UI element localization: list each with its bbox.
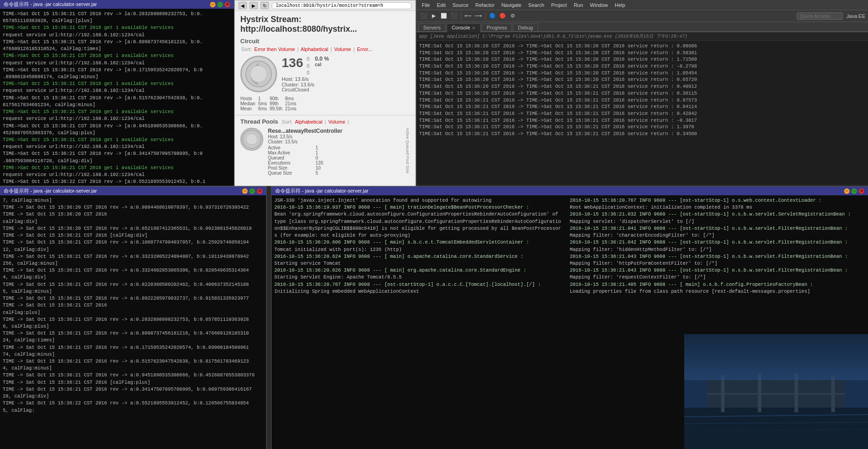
menu-item-file[interactable]: File bbox=[419, 1, 433, 9]
menu-item-window[interactable]: Window bbox=[587, 1, 611, 9]
minimize-btn-bl[interactable]: ─ bbox=[242, 188, 248, 194]
terminal-line: TIME -> Sat Oct 15 15:36:21 CST 2016 [ca… bbox=[3, 232, 263, 239]
cluster-rate: Cluster: 13.6/s bbox=[282, 82, 410, 87]
close-btn-br[interactable]: ✕ bbox=[859, 188, 864, 194]
terminal-line: 4, calFlag:minus] bbox=[3, 365, 263, 372]
terminal-line: TIME->Sat Oct 15 15:36:21 CST 2016 rev -… bbox=[3, 123, 231, 130]
menu-item-run[interactable]: Run bbox=[571, 1, 586, 9]
eclipse-ide: FileEditSourceRefactorNavigateSearchProj… bbox=[416, 0, 868, 186]
menu-item-navigate[interactable]: Navigate bbox=[499, 1, 524, 9]
svg-point-1 bbox=[250, 66, 267, 82]
queuesize-label: Queue Size bbox=[268, 171, 311, 176]
refresh-btn[interactable]: ↻ bbox=[261, 2, 269, 9]
tab-servers[interactable]: Servers bbox=[418, 23, 446, 31]
terminal-line: 2016-10-15 15:36:20.767 INFO 9608 --- [o… bbox=[570, 197, 865, 204]
sort-alphabetical[interactable]: Alphabetical bbox=[301, 46, 328, 52]
terminal-line: TIME->Sat Oct 15 15:36:21 CST 2016 get 1… bbox=[3, 165, 231, 171]
terminal-line: 5, calFlag: bbox=[3, 407, 263, 414]
circuit-title: Circuit bbox=[235, 36, 415, 45]
terminal-bottomleft: 命令提示符 - java -jar calculator-server.jar … bbox=[0, 186, 267, 449]
thread-pools-section: Thread Pools Sort: Alphabetical | Volume… bbox=[235, 115, 415, 177]
terminal-line: TIME -> Sat Oct 15 15:36:21 CST 2016 rev… bbox=[3, 372, 263, 379]
toolbar-btn-5[interactable]: ⟵ bbox=[464, 11, 473, 21]
svg-point-3 bbox=[246, 134, 257, 145]
maximize-btn[interactable]: □ bbox=[217, 2, 223, 7]
menu-item-project[interactable]: Project bbox=[548, 1, 569, 9]
tab-console[interactable]: Console✕ bbox=[447, 23, 481, 32]
toolbar-btn-3[interactable]: ⬜ bbox=[439, 11, 448, 21]
win-controls-bl[interactable]: ─ □ ✕ bbox=[242, 188, 262, 194]
thread-circle-svg bbox=[241, 129, 262, 150]
terminal-line: 2016-10-15 15:36:20.624 INFO 9608 --- [ … bbox=[274, 253, 570, 260]
menu-item-search[interactable]: Search bbox=[526, 1, 547, 9]
terminal-line: TIME -> Sat Oct 15 15:36:20 CST 2016 rev… bbox=[3, 204, 263, 211]
eclipse-menubar: FileEditSourceRefactorNavigateSearchProj… bbox=[416, 0, 868, 10]
terminal-line: TIME->Sat Oct 15 15:36:21 CST 2016 get 1… bbox=[3, 52, 231, 59]
close-btn[interactable]: ✕ bbox=[225, 2, 230, 7]
toolbar-btn-7[interactable]: 🔵 bbox=[488, 11, 497, 21]
terminal-line: on$$EnhancerBySpringCGLIB$$808c6410] is … bbox=[274, 225, 570, 232]
circuit-circle bbox=[240, 56, 277, 92]
menu-item-source[interactable]: Source bbox=[450, 1, 471, 9]
terminal-line: TIME -> Sat Oct 15 15:36:21 CST 2016 rev… bbox=[3, 316, 263, 323]
win-controls[interactable]: ─ □ ✕ bbox=[210, 2, 230, 7]
tab-debug[interactable]: Debug bbox=[513, 23, 538, 31]
terminal-line: request service url:http://192.168.0.102… bbox=[3, 143, 231, 150]
terminal-line: Mapping filter: 'hiddenHttpMethodFilter'… bbox=[570, 246, 865, 253]
terminal-line: 12, calFlag:div] bbox=[3, 246, 263, 253]
circuit-stats: 136 000 0.0 % cal Host: 13.6/s Cluster: … bbox=[282, 56, 410, 92]
terminal-line: 5, calFlag:minus] bbox=[3, 288, 263, 295]
menu-item-help[interactable]: Help bbox=[612, 1, 628, 9]
quickaccess-input[interactable] bbox=[797, 12, 843, 20]
menu-item-refactor[interactable]: Refactor bbox=[473, 1, 498, 9]
terminal-line: TIME->Sat Oct 15 15:36:21 CST 2016 rev -… bbox=[3, 95, 231, 102]
thread-pool-info: Rese...atewayRestController Host: 13.5/s… bbox=[268, 128, 342, 176]
latency-hosts-label: Hosts bbox=[240, 96, 258, 101]
console-line: TIME:Sat Oct 15 15:36:20 CST 2016 -> TIM… bbox=[419, 50, 865, 57]
hystrix-title: Hystrix Stream: http://localhost:8080/hy… bbox=[235, 11, 415, 36]
latency-median-val: 5ms bbox=[258, 101, 270, 106]
circuit-svg bbox=[243, 58, 275, 90]
toolbar-btn-2[interactable]: ▶ bbox=[429, 11, 438, 21]
close-btn-bl[interactable]: ✕ bbox=[257, 188, 262, 194]
toolbar-btn-6[interactable]: ⟶ bbox=[474, 11, 483, 21]
maximize-btn-br[interactable]: □ bbox=[851, 188, 857, 194]
terminal-line: 4, calFlag:div] bbox=[3, 274, 263, 281]
tab-progress[interactable]: Progress bbox=[482, 23, 512, 31]
maximize-btn-bl[interactable]: □ bbox=[250, 188, 255, 194]
toolbar-btn-4[interactable]: ⬛ bbox=[449, 11, 459, 21]
terminal-line: 2016-10-15 15:36:21.405 INFO 9608 --- [ … bbox=[570, 281, 865, 288]
hystrix-url[interactable]: localhost:8010/hystrix/monitor?stream=h bbox=[272, 2, 412, 9]
thread-pools-title: Thread Pools bbox=[240, 118, 278, 125]
latency-90th-label: 90th bbox=[270, 96, 285, 101]
terminal-line: TIME->Sat Oct 15 15:36:21 CST 2016 get 1… bbox=[3, 80, 231, 87]
minimize-btn[interactable]: ─ bbox=[210, 2, 216, 7]
minimize-btn-br[interactable]: ─ bbox=[844, 188, 850, 194]
circuit-closed: CircuitClosed bbox=[282, 87, 410, 92]
menu-item-edit[interactable]: Edit bbox=[434, 1, 448, 9]
console-line: TIME:Sat Oct 15 15:36:21 CST 2016 -> TIM… bbox=[419, 131, 865, 137]
queued-val: 0 bbox=[316, 155, 342, 160]
forward-btn[interactable]: ▶ bbox=[250, 2, 258, 9]
poolsize-label: Pool Size bbox=[268, 165, 311, 171]
svg-rect-15 bbox=[684, 334, 868, 380]
sort-error-volume[interactable]: Error then Volume bbox=[254, 46, 295, 52]
terminal-line: 256, calFlag:minus] bbox=[3, 260, 263, 267]
thread-sort-volume[interactable]: Volume bbox=[329, 119, 346, 125]
terminal-line: 74, calFlag:minus] bbox=[3, 351, 263, 358]
toolbar-btn-8[interactable]: 🔴 bbox=[498, 11, 507, 21]
latency-99th-label: 99th bbox=[270, 101, 285, 106]
win-controls-br[interactable]: ─ □ ✕ bbox=[844, 188, 864, 194]
sort-volume[interactable]: Volume bbox=[334, 46, 351, 52]
terminal-line: TIME -> Sat Oct 15 15:36:20 CST 2016 bbox=[3, 211, 263, 218]
back-btn[interactable]: ◀ bbox=[238, 2, 247, 9]
toolbar-btn-1[interactable]: ⬛ bbox=[419, 11, 428, 21]
tab-close-btn[interactable]: ✕ bbox=[472, 26, 476, 30]
java-ee-label: Java EE bbox=[846, 13, 865, 19]
latency-995th-label: 99.5th bbox=[270, 106, 285, 111]
toolbar-btn-9[interactable]: ⚙ bbox=[508, 11, 517, 21]
sort-error[interactable]: Error... bbox=[357, 46, 372, 52]
console-line: TIME:Sat Oct 15 15:36:20 CST 2016 -> TIM… bbox=[419, 70, 865, 77]
thread-sort-alpha[interactable]: Alphabetical bbox=[295, 119, 323, 125]
latency-mean-label: Mean bbox=[240, 106, 258, 111]
